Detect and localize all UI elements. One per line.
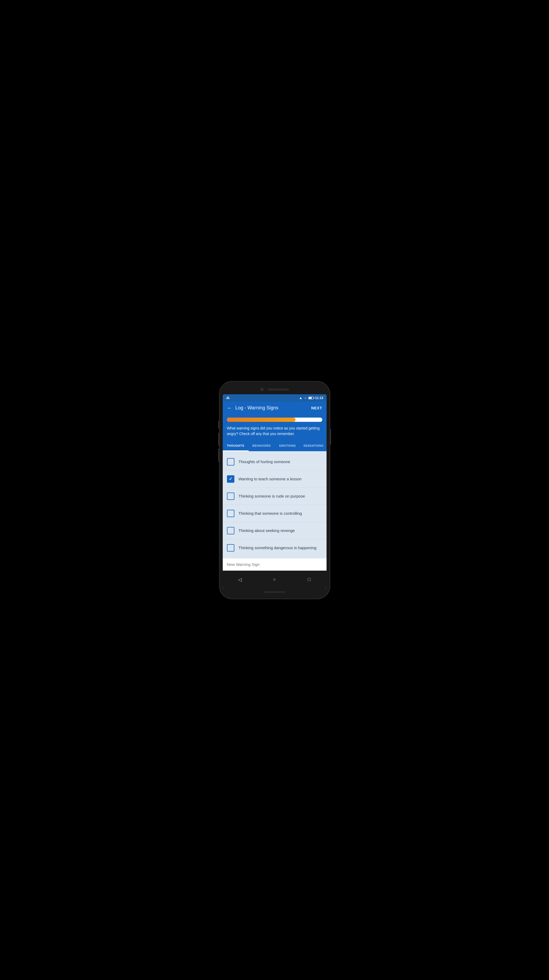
checkbox-list: Thoughts of hurting someone Wanting to t… [223,451,326,558]
tab-thoughts[interactable]: THOUGHTS [223,441,249,451]
content-area: Thoughts of hurting someone Wanting to t… [223,451,326,571]
checkbox-label-6: Thinking something dangerous is happenin… [239,545,317,550]
checkbox-label-1: Thoughts of hurting someone [239,459,290,465]
battery-icon [308,397,313,399]
list-item: Thoughts of hurting someone [223,453,326,471]
header-description: What warning signs did you notice as you… [227,426,322,437]
checkbox-label-3: Thinking someone is rude on purpose [239,493,305,499]
checkbox-1[interactable] [227,458,234,466]
signal-icon: ▲ [304,396,307,399]
app-bar-title: Log - Warning Signs [236,405,308,411]
volume-down-button [218,449,219,462]
notification-icon [226,396,230,400]
checkbox-4[interactable] [227,510,234,517]
tab-sensations[interactable]: SENSATIONS [301,441,326,451]
status-time: 11:13 [315,396,323,400]
phone-device: ▲ ▲ 11:13 ← Log - Warning Signs NEXT Wha… [219,381,330,599]
next-button[interactable]: NEXT [311,405,322,411]
phone-top-hardware [223,386,326,394]
checkbox-6[interactable] [227,544,234,552]
volume-up-button [218,433,219,446]
list-item: Thinking that someone is controlling [223,505,326,522]
checkbox-label-4: Thinking that someone is controlling [239,511,302,516]
status-left-icons [226,396,230,400]
nav-bar: ◁ ○ □ [223,571,326,589]
checkbox-label-5: Thinking about seeking revenge [239,528,295,533]
power-button [330,429,331,445]
status-bar: ▲ ▲ 11:13 [223,394,326,402]
checkbox-5[interactable] [227,527,234,535]
new-warning-input[interactable] [227,562,322,567]
app-bar: ← Log - Warning Signs NEXT [223,402,326,414]
list-item: Thinking something dangerous is happenin… [223,539,326,556]
wifi-icon: ▲ [299,396,302,400]
header-section: What warning signs did you notice as you… [223,414,326,441]
new-warning-container [223,558,326,571]
nav-back-button[interactable]: ◁ [235,574,245,585]
tab-behaviors[interactable]: BEHAVIORS [249,441,275,451]
checkbox-label-2: Wanting to teach someone a lesson [239,476,302,482]
nav-recents-button[interactable]: □ [304,574,314,585]
checkbox-3[interactable] [227,493,234,500]
progress-bar-fill [227,418,296,422]
checkbox-2[interactable] [227,475,234,483]
battery-fill [309,397,312,399]
progress-bar-container [227,418,322,422]
back-button[interactable]: ← [227,405,232,411]
list-item: Thinking about seeking revenge [223,522,326,539]
list-item: Thinking someone is rude on purpose [223,488,326,505]
earpiece-speaker [268,388,289,391]
status-right-icons: ▲ ▲ 11:13 [299,396,323,400]
front-camera [260,388,264,391]
bottom-speaker [264,591,285,593]
phone-screen: ▲ ▲ 11:13 ← Log - Warning Signs NEXT Wha… [223,394,326,589]
silent-button [218,421,219,429]
nav-home-button[interactable]: ○ [269,574,280,585]
list-item: Wanting to teach someone a lesson [223,471,326,488]
tabs-container: THOUGHTS BEHAVIORS EMOTIONS SENSATIONS [223,441,326,451]
tab-emotions[interactable]: EMOTIONS [275,441,301,451]
phone-bottom-hardware [223,589,326,595]
